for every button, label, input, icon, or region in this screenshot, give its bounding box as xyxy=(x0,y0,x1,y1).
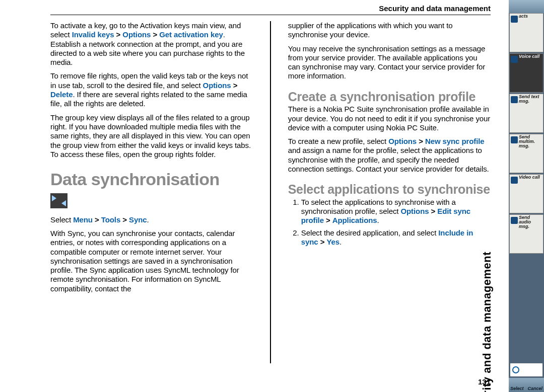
phone-menu-item-label: Video call xyxy=(519,175,542,180)
steps-list: To select the applications to synchronis… xyxy=(288,198,491,247)
link-options[interactable]: Options xyxy=(122,30,151,39)
phone-menu-item-label: Send text msg. xyxy=(519,95,542,104)
heading-create-profile: Create a synchronisation profile xyxy=(288,90,491,104)
link-tools[interactable]: Tools xyxy=(101,215,120,224)
phone-menu-item[interactable]: Voice call xyxy=(509,53,543,93)
step-1: To select the applications to synchronis… xyxy=(301,198,491,225)
para-new-profile: To create a new profile, select Options … xyxy=(288,137,491,174)
phone-screenshot-sliver: actsVoice callSend text msg.Send multim.… xyxy=(509,0,544,392)
link-delete[interactable]: Delete xyxy=(50,90,73,99)
para-receive-settings: You may receive the synchronisation sett… xyxy=(288,44,491,81)
two-column-layout: To activate a key, go to the Activation … xyxy=(50,21,491,363)
chapter-title: Security and data management xyxy=(379,4,491,13)
phone-menu-item[interactable]: Send text msg. xyxy=(509,94,543,133)
link-sync[interactable]: Sync xyxy=(129,215,147,224)
para-activate-key: To activate a key, go to the Activation … xyxy=(50,21,253,67)
phone-softkey-bar: Select Cancel xyxy=(509,378,544,392)
link-applications[interactable]: Applications xyxy=(332,216,377,224)
page-header: Security and data management xyxy=(50,4,491,15)
phone-menu-list: actsVoice callSend text msg.Send multim.… xyxy=(509,13,544,254)
phone-menu-item[interactable]: Send audio msg. xyxy=(509,214,543,254)
phone-menu-item-label: Send audio msg. xyxy=(519,215,542,229)
phone-menu-item-label: Send multim. msg. xyxy=(519,135,542,148)
phone-menu-item[interactable]: Send multim. msg. xyxy=(509,134,543,173)
phone-search-input[interactable] xyxy=(510,363,543,377)
right-column: supplier of the applications with which … xyxy=(288,21,491,363)
phone-menu-item-label: acts xyxy=(519,14,542,19)
heading-data-sync: Data synchronisation xyxy=(50,169,253,190)
para-sync-desc: With Sync, you can synchronise your cont… xyxy=(50,229,253,293)
para-group-key: The group key view displays all of the f… xyxy=(50,113,253,159)
softkey-left[interactable]: Select xyxy=(510,386,524,391)
para-select-sync: Select Menu > Tools > Sync. xyxy=(50,215,253,224)
phone-status-bar xyxy=(509,0,544,13)
thumb-tab-label: Security and data management xyxy=(481,252,494,392)
phone-menu-item-label: Voice call xyxy=(519,54,542,59)
link-options[interactable]: Options xyxy=(388,137,417,145)
para-supplier: supplier of the applications with which … xyxy=(288,21,491,40)
sync-icon xyxy=(50,193,67,208)
link-new-sync-profile[interactable]: New sync profile xyxy=(425,137,485,145)
link-invalid-keys[interactable]: Invalid keys xyxy=(72,30,114,39)
step-2: Select the desired application, and sele… xyxy=(301,228,491,247)
para-remove-rights: To remove file rights, open the valid ke… xyxy=(50,71,253,108)
link-options[interactable]: Options xyxy=(203,81,231,90)
link-options[interactable]: Options xyxy=(400,207,429,215)
heading-select-apps: Select applications to synchronise xyxy=(288,183,491,197)
para-pcsuite: There is a Nokia PC Suite synchronisatio… xyxy=(288,105,491,132)
link-menu[interactable]: Menu xyxy=(73,215,93,224)
left-column: To activate a key, go to the Activation … xyxy=(50,21,253,363)
link-get-activation-key[interactable]: Get activation key xyxy=(159,30,223,39)
softkey-right[interactable]: Cancel xyxy=(527,386,542,391)
phone-menu-item[interactable]: Video call xyxy=(509,174,543,213)
phone-menu-item[interactable]: acts xyxy=(509,13,543,52)
column-divider xyxy=(270,21,271,363)
link-yes[interactable]: Yes xyxy=(326,238,339,246)
manual-page: Security and data management To activate… xyxy=(0,0,509,392)
